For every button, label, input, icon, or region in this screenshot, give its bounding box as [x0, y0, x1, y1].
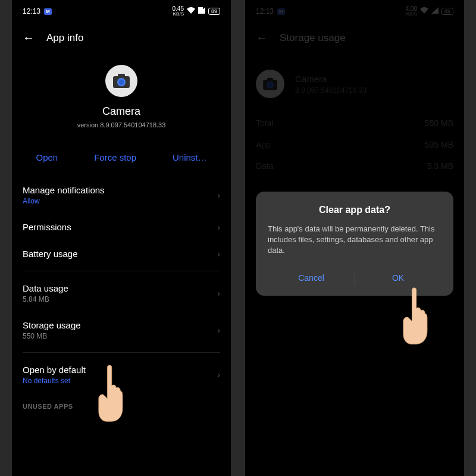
row-label: App [256, 140, 271, 149]
status-time: 12:13 [23, 7, 40, 15]
status-bar: 12:13 M 0.45KB/S 89 [12, 0, 231, 20]
signal-icon [198, 7, 205, 15]
storage-app-row: App 535 MB [245, 134, 464, 155]
storage-usage-item[interactable]: Storage usage 550 MB › [12, 312, 231, 349]
pointing-finger-icon [95, 363, 125, 422]
chevron-right-icon: › [217, 190, 220, 200]
item-title: Permissions [23, 222, 220, 232]
item-subtitle: Allow [23, 197, 220, 205]
header: ← App info [12, 20, 231, 57]
camera-app-icon [105, 65, 137, 97]
svg-rect-3 [118, 74, 125, 77]
row-value: 535 MB [425, 140, 453, 149]
app-version: version 8.9.097.540104718.33 [77, 121, 166, 129]
svg-point-5 [119, 80, 124, 85]
action-row: Open Force stop Uninst… [12, 142, 231, 177]
battery-icon: 89 [441, 8, 453, 15]
battery-usage-item[interactable]: Battery usage › [12, 240, 231, 267]
signal-icon [431, 7, 439, 15]
wifi-icon [187, 7, 195, 15]
app-header: Camera version 8.9.097.540104718.33 [12, 57, 231, 142]
page-title: Storage usage [280, 32, 346, 44]
row-label: Data [256, 161, 274, 171]
header: ← Storage usage [245, 20, 464, 57]
force-stop-button[interactable]: Force stop [94, 152, 136, 162]
status-time: 12:13 [256, 7, 274, 15]
divider [23, 352, 220, 353]
manage-notifications-item[interactable]: Manage notifications Allow › [12, 177, 231, 214]
divider [23, 271, 220, 271]
right-screen: 12:13 M 4.00KB/S 89 ← Storage usage Came… [245, 0, 464, 476]
status-bar: 12:13 M 4.00KB/S 89 [245, 0, 464, 20]
app-version: 8.9.097.540104718.33 [295, 86, 367, 95]
chevron-right-icon: › [217, 325, 220, 335]
row-value: 550 MB [425, 118, 453, 128]
dialog-body: This app's data will be permanently dele… [268, 224, 441, 256]
svg-point-9 [268, 83, 273, 87]
chevron-right-icon: › [217, 289, 220, 298]
clear-data-dialog: Clear app data? This app's data will be … [256, 192, 453, 296]
cancel-button[interactable]: Cancel [268, 267, 355, 289]
battery-icon: 89 [208, 8, 220, 15]
item-title: Storage usage [23, 320, 220, 330]
dialog-title: Clear app data? [268, 205, 441, 215]
storage-data-row: Data 5.3 MB [245, 155, 464, 177]
back-arrow-icon[interactable]: ← [23, 31, 35, 45]
chevron-right-icon: › [217, 249, 220, 259]
app-name: Camera [295, 74, 367, 84]
uninstall-button[interactable]: Uninst… [173, 152, 207, 162]
svg-rect-7 [267, 78, 273, 81]
item-subtitle: 5.84 MB [23, 295, 220, 303]
item-title: Data usage [23, 283, 220, 293]
row-label: Total [256, 118, 274, 128]
open-button[interactable]: Open [36, 152, 58, 162]
left-screen: 12:13 M 0.45KB/S 89 ← App info Camera ve… [12, 0, 231, 476]
m-badge-icon: M [44, 8, 52, 15]
item-subtitle: 550 MB [23, 332, 220, 340]
app-header: Camera 8.9.097.540104718.33 [245, 57, 464, 112]
back-arrow-icon[interactable]: ← [256, 31, 268, 45]
data-speed: 0.45KB/S [173, 6, 184, 17]
storage-total-row: Total 550 MB [245, 112, 464, 134]
data-usage-item[interactable]: Data usage 5.84 MB › [12, 275, 231, 312]
item-title: Battery usage [23, 249, 220, 259]
page-title: App info [46, 32, 83, 44]
chevron-right-icon: › [217, 223, 220, 232]
pointing-finger-icon [400, 286, 430, 345]
row-value: 5.3 MB [427, 161, 453, 171]
chevron-right-icon: › [217, 370, 220, 380]
item-title: Manage notifications [23, 185, 220, 195]
camera-app-icon [256, 70, 284, 98]
wifi-icon [420, 7, 428, 15]
permissions-item[interactable]: Permissions › [12, 214, 231, 240]
data-speed: 4.00KB/S [406, 6, 417, 17]
app-name: Camera [102, 105, 140, 118]
m-badge-icon: M [277, 8, 285, 15]
